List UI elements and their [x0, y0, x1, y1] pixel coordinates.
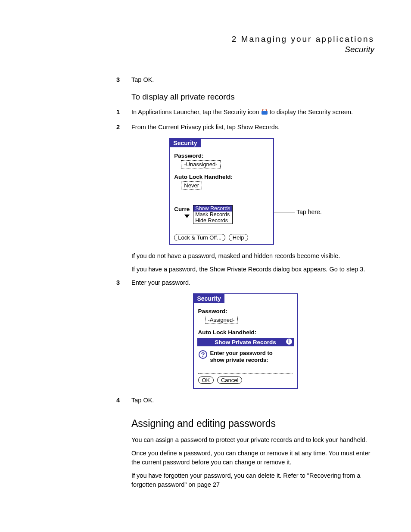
show-private-dialog-screen: Security Password: -Assigned- Auto Lock … — [193, 293, 298, 389]
question-icon: ? — [198, 350, 208, 359]
step-text: From the Current Privacy pick list, tap … — [131, 123, 374, 132]
step-text: Tap OK. — [131, 396, 374, 405]
prompt-line2: show private records: — [210, 357, 268, 363]
svg-rect-0 — [262, 111, 268, 115]
dialog-title-text: Show Private Records — [215, 339, 276, 345]
password-label: Password: — [198, 308, 293, 314]
picklist-option-hide[interactable]: Hide Records — [193, 218, 232, 224]
svg-text:?: ? — [201, 351, 205, 358]
privacy-picklist[interactable]: Show Records Mask Records Hide Records — [193, 205, 232, 224]
step-1: 1 In Applications Launcher, tap the Secu… — [116, 108, 374, 117]
password-value[interactable]: -Unassigned- — [181, 160, 220, 168]
password-value[interactable]: -Assigned- — [205, 316, 238, 324]
screen-title: Security — [194, 294, 224, 303]
figure-2: Security Password: -Assigned- Auto Lock … — [116, 293, 374, 389]
autolock-value[interactable]: Never — [181, 181, 202, 190]
section-heading-passwords: Assigning and editing passwords — [131, 418, 374, 429]
password-label: Password: — [174, 152, 269, 159]
current-privacy-label-cut: Curre — [174, 206, 190, 212]
paragraph: If you have forgotten your password, you… — [131, 471, 374, 489]
security-screen: Security Password: -Unassigned- Auto Loc… — [169, 138, 274, 245]
cancel-button[interactable]: Cancel — [217, 376, 242, 384]
section-title: Security — [60, 45, 374, 54]
security-app-icon — [261, 109, 268, 115]
dialog-prompt: Enter your password to show private reco… — [210, 350, 273, 363]
paragraph: If you have a password, the Show Private… — [131, 265, 374, 274]
dropdown-arrow-icon[interactable] — [184, 215, 190, 218]
autolock-label: Auto Lock Handheld: — [198, 329, 293, 336]
step-3b: 3 Enter your password. — [116, 278, 374, 287]
step-text-before: In Applications Launcher, tap the Securi… — [131, 109, 261, 115]
callout-line — [273, 212, 295, 212]
dialog-title: Show Private Records i — [197, 338, 294, 346]
step-3a: 3 Tap OK. — [116, 75, 374, 84]
picklist-option-mask[interactable]: Mask Records — [193, 212, 232, 218]
help-button[interactable]: Help — [229, 234, 248, 241]
prompt-row: ? Enter your password to show private re… — [194, 348, 297, 365]
chapter-title: 2 Managing your applications — [60, 34, 374, 44]
info-icon[interactable]: i — [286, 339, 292, 345]
step-number: 3 — [116, 278, 131, 287]
step-number: 1 — [116, 108, 131, 117]
page-header: 2 Managing your applications Security — [60, 34, 374, 54]
step-number: 3 — [116, 75, 131, 84]
step-text: In Applications Launcher, tap the Securi… — [131, 108, 374, 117]
figure-1: Security Password: -Unassigned- Auto Loc… — [116, 138, 374, 245]
subheading-display-private: To display all private records — [131, 92, 374, 102]
callout: Tap here. — [273, 208, 321, 215]
lock-turnoff-button[interactable]: Lock & Turn Off... — [174, 234, 225, 241]
step-2: 2 From the Current Privacy pick list, ta… — [116, 123, 374, 132]
ok-button[interactable]: OK — [198, 376, 214, 384]
picklist-option-show[interactable]: Show Records — [193, 205, 232, 212]
paragraph: Once you define a password, you can chan… — [131, 449, 374, 467]
step-number: 2 — [116, 123, 131, 132]
autolock-label: Auto Lock Handheld: — [174, 174, 269, 180]
password-input-line[interactable] — [198, 373, 293, 374]
screen-title: Security — [170, 139, 200, 147]
paragraph: If you do not have a password, masked an… — [131, 252, 374, 261]
step-text-after: to display the Security screen. — [270, 109, 353, 115]
step-text: Tap OK. — [131, 75, 374, 84]
paragraph: You can assign a password to protect you… — [131, 436, 374, 445]
step-text: Enter your password. — [131, 278, 374, 287]
header-rule — [60, 58, 374, 58]
callout-text: Tap here. — [296, 208, 321, 215]
step-4: 4 Tap OK. — [116, 396, 374, 405]
prompt-line1: Enter your password to — [210, 350, 273, 356]
step-number: 4 — [116, 396, 131, 405]
